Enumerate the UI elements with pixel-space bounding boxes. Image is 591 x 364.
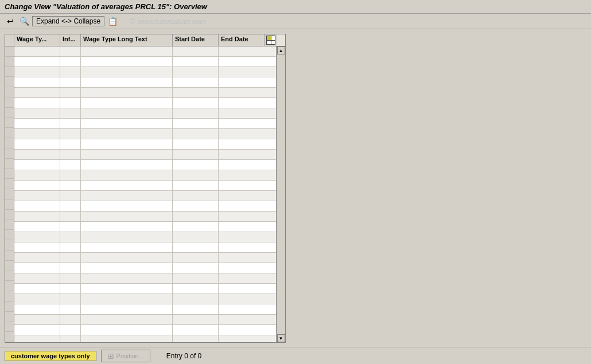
cell-inf [60, 46, 81, 56]
cell-start-date [173, 315, 219, 324]
cell-wage-ty [14, 242, 60, 252]
grid-settings-button[interactable] [265, 34, 277, 46]
customer-wage-types-button[interactable]: customer wage types only [5, 351, 96, 361]
cell-long-text [81, 98, 173, 108]
table-row[interactable] [14, 232, 276, 242]
table-row[interactable] [14, 67, 276, 77]
row-sel-21[interactable] [5, 251, 14, 261]
table-row[interactable] [14, 46, 276, 57]
table-row[interactable] [14, 77, 276, 88]
copy-icon[interactable]: 📋 [107, 15, 118, 27]
row-sel-27[interactable] [5, 312, 14, 322]
table-row[interactable] [14, 284, 276, 294]
table-row[interactable] [14, 191, 276, 201]
cell-long-text [81, 335, 173, 342]
cell-wage-ty [14, 304, 60, 314]
row-sel-18[interactable] [5, 220, 14, 230]
row-sel-19[interactable] [5, 230, 14, 240]
table-row[interactable] [14, 325, 276, 335]
cell-long-text [81, 150, 173, 159]
row-sel-28[interactable] [5, 322, 14, 332]
cell-end-date [219, 284, 265, 293]
row-sel-14[interactable] [5, 179, 14, 189]
cell-wage-ty [14, 46, 60, 56]
cell-long-text [81, 212, 173, 221]
cell-end-date [219, 201, 265, 211]
row-sel-7[interactable] [5, 108, 14, 118]
table-body: ▲ ▼ [5, 46, 285, 342]
cell-inf [60, 160, 81, 170]
table-row[interactable] [14, 242, 276, 253]
table-row[interactable] [14, 88, 276, 98]
cell-start-date [173, 88, 219, 97]
position-button[interactable]: ⊞ Position... [101, 350, 150, 362]
table-row[interactable] [14, 150, 276, 160]
row-sel-23[interactable] [5, 271, 14, 281]
cell-wage-ty [14, 129, 60, 139]
row-sel-26[interactable] [5, 302, 14, 312]
cell-start-date [173, 160, 219, 170]
cell-wage-ty [14, 201, 60, 211]
scroll-down-arrow[interactable]: ▼ [277, 334, 285, 342]
cell-wage-ty [14, 119, 60, 128]
cell-wage-ty [14, 150, 60, 159]
cell-inf [60, 67, 81, 77]
cell-start-date [173, 325, 219, 335]
row-sel-15[interactable] [5, 189, 14, 199]
table-row[interactable] [14, 119, 276, 129]
table-row[interactable] [14, 304, 276, 315]
table-row[interactable] [14, 212, 276, 222]
cell-end-date [219, 139, 265, 149]
table-row[interactable] [14, 335, 276, 342]
row-sel-2[interactable] [5, 57, 14, 67]
vertical-scrollbar[interactable]: ▲ ▼ [276, 46, 285, 342]
row-sel-16[interactable] [5, 199, 14, 210]
row-sel-20[interactable] [5, 240, 14, 251]
row-sel-12[interactable] [5, 159, 14, 169]
table-row[interactable] [14, 108, 276, 119]
cell-wage-ty [14, 212, 60, 221]
scroll-up-arrow[interactable]: ▲ [277, 46, 285, 54]
row-sel-6[interactable] [5, 97, 14, 108]
table-row[interactable] [14, 129, 276, 139]
cell-inf [60, 88, 81, 97]
cell-inf [60, 242, 81, 252]
table-row[interactable] [14, 57, 276, 67]
row-sel-1[interactable] [5, 46, 14, 57]
undo-icon[interactable]: ↩ [5, 15, 16, 27]
cell-start-date [173, 284, 219, 293]
display-icon[interactable]: 🔍 [18, 15, 30, 27]
table-row[interactable] [14, 98, 276, 108]
row-sel-29[interactable] [5, 332, 14, 342]
row-sel-10[interactable] [5, 138, 14, 148]
row-sel-13[interactable] [5, 169, 14, 179]
row-sel-24[interactable] [5, 281, 14, 291]
expand-collapse-button[interactable]: Expand <-> Collapse [32, 16, 104, 26]
selector-col-header [5, 34, 14, 46]
row-sel-25[interactable] [5, 291, 14, 302]
table-row[interactable] [14, 315, 276, 325]
row-sel-4[interactable] [5, 77, 14, 87]
row-sel-17[interactable] [5, 210, 14, 220]
row-sel-3[interactable] [5, 67, 14, 77]
table-row[interactable] [14, 294, 276, 304]
row-sel-8[interactable] [5, 118, 14, 128]
cell-inf [60, 304, 81, 314]
table-row[interactable] [14, 181, 276, 191]
cell-start-date [173, 201, 219, 211]
table-row[interactable] [14, 201, 276, 212]
row-sel-9[interactable] [5, 128, 14, 138]
table-row[interactable] [14, 273, 276, 284]
table-row[interactable] [14, 253, 276, 263]
cell-long-text [81, 263, 173, 273]
table-row[interactable] [14, 139, 276, 150]
table-row[interactable] [14, 170, 276, 181]
table-row[interactable] [14, 263, 276, 273]
row-sel-11[interactable] [5, 148, 14, 159]
table-row[interactable] [14, 222, 276, 232]
row-sel-22[interactable] [5, 261, 14, 271]
cell-start-date [173, 150, 219, 159]
row-sel-5[interactable] [5, 87, 14, 97]
table-row[interactable] [14, 160, 276, 170]
grid-icon [266, 36, 275, 45]
